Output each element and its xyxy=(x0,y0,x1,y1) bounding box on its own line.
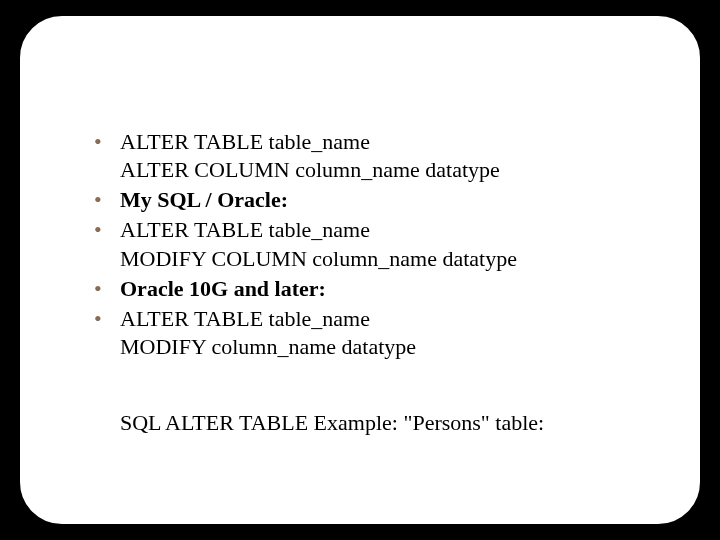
list-item: ALTER TABLE table_name ALTER COLUMN colu… xyxy=(94,128,640,184)
list-text-line1: ALTER TABLE table_name xyxy=(120,217,370,242)
list-item: My SQL / Oracle: xyxy=(94,186,640,214)
bullet-list: ALTER TABLE table_name ALTER COLUMN colu… xyxy=(94,128,640,363)
list-text-line2: ALTER COLUMN column_name datatype xyxy=(120,157,500,182)
footer-text: SQL ALTER TABLE Example: "Persons" table… xyxy=(120,410,544,436)
list-item: ALTER TABLE table_name MODIFY COLUMN col… xyxy=(94,216,640,272)
list-item: ALTER TABLE table_name MODIFY column_nam… xyxy=(94,305,640,361)
list-item: Oracle 10G and later: xyxy=(94,275,640,303)
list-text-line1: My SQL / Oracle: xyxy=(120,187,288,212)
list-text-line1: ALTER TABLE table_name xyxy=(120,306,370,331)
list-text-line2: MODIFY COLUMN column_name datatype xyxy=(120,246,517,271)
slide-frame: ALTER TABLE table_name ALTER COLUMN colu… xyxy=(18,14,702,526)
list-text-line1: Oracle 10G and later: xyxy=(120,276,326,301)
list-text-line1: ALTER TABLE table_name xyxy=(120,129,370,154)
list-text-line2: MODIFY column_name datatype xyxy=(120,334,416,359)
